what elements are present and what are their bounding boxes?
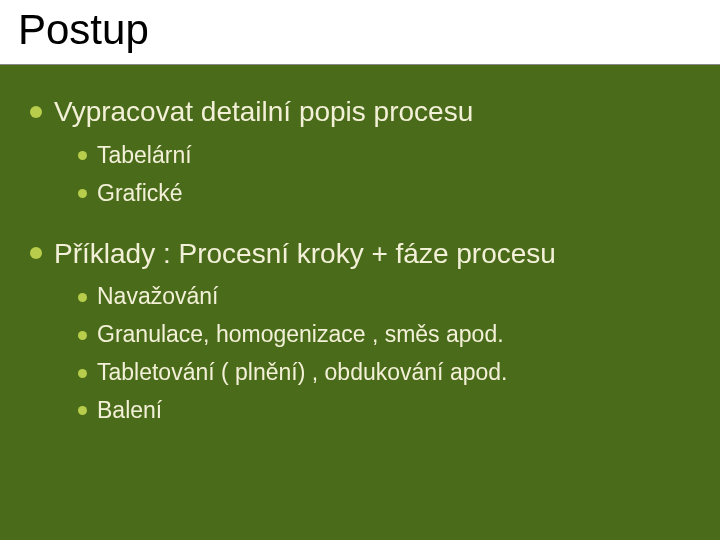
list-item-label: Grafické bbox=[97, 180, 183, 206]
bullet-icon bbox=[78, 151, 87, 160]
slide-content: Vypracovat detailní popis procesu Tabelá… bbox=[0, 65, 720, 426]
list-item: Tabletování ( plnění) , obdukování apod. bbox=[78, 358, 700, 388]
list-item-label: Balení bbox=[97, 397, 162, 423]
bullet-icon bbox=[78, 406, 87, 415]
list-item: Příklady : Procesní kroky + fáze procesu bbox=[30, 235, 700, 273]
list-item: Tabelární bbox=[78, 141, 700, 171]
list-item: Granulace, homogenizace , směs apod. bbox=[78, 320, 700, 350]
list-item-label: Granulace, homogenizace , směs apod. bbox=[97, 321, 504, 347]
list-item: Vypracovat detailní popis procesu bbox=[30, 93, 700, 131]
slide-title: Postup bbox=[18, 6, 702, 54]
list-item-label: Vypracovat detailní popis procesu bbox=[54, 96, 473, 127]
spacer bbox=[20, 217, 700, 235]
list-item-label: Příklady : Procesní kroky + fáze procesu bbox=[54, 238, 556, 269]
bullet-icon bbox=[78, 331, 87, 340]
list-item: Grafické bbox=[78, 179, 700, 209]
bullet-icon bbox=[30, 247, 42, 259]
list-item-label: Navažování bbox=[97, 283, 218, 309]
bullet-icon bbox=[78, 293, 87, 302]
slide: Postup Vypracovat detailní popis procesu… bbox=[0, 0, 720, 540]
bullet-icon bbox=[78, 189, 87, 198]
list-item-label: Tabelární bbox=[97, 142, 192, 168]
list-item: Navažování bbox=[78, 282, 700, 312]
list-item: Balení bbox=[78, 396, 700, 426]
title-bar: Postup bbox=[0, 0, 720, 65]
list-item-label: Tabletování ( plnění) , obdukování apod. bbox=[97, 359, 507, 385]
bullet-icon bbox=[78, 369, 87, 378]
bullet-icon bbox=[30, 106, 42, 118]
